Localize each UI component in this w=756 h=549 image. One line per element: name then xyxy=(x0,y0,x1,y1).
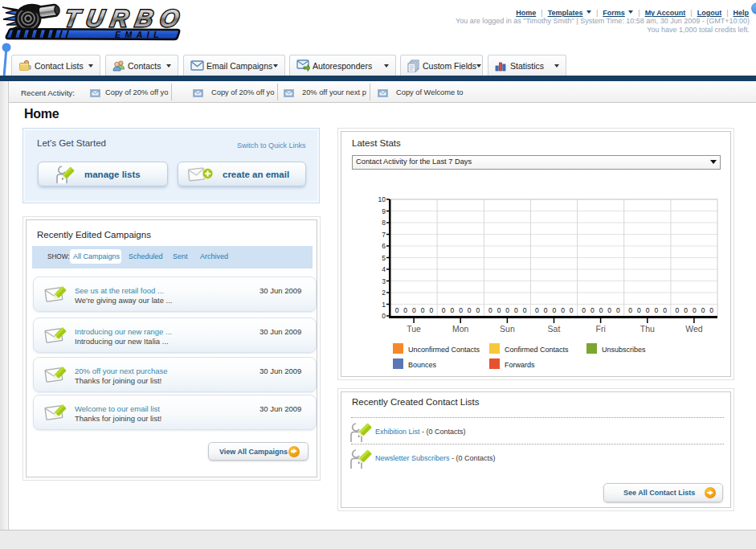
svg-text:Sat: Sat xyxy=(548,324,561,334)
svg-text:0: 0 xyxy=(709,306,713,314)
svg-text:0: 0 xyxy=(514,306,518,314)
svg-text:0: 0 xyxy=(429,306,433,314)
svg-text:0: 0 xyxy=(663,306,667,314)
svg-text:6: 6 xyxy=(382,242,386,250)
svg-text:0: 0 xyxy=(412,306,416,314)
svg-text:0: 0 xyxy=(616,306,620,314)
svg-text:0: 0 xyxy=(488,306,492,314)
svg-text:0: 0 xyxy=(701,306,705,314)
svg-text:Wed: Wed xyxy=(685,324,703,334)
svg-text:0: 0 xyxy=(459,306,463,314)
svg-text:TURBO: TURBO xyxy=(63,5,182,31)
svg-text:Unsubscribes: Unsubscribes xyxy=(602,346,646,354)
svg-text:7: 7 xyxy=(382,231,386,239)
svg-text:Forwards: Forwards xyxy=(505,361,535,369)
svg-text:8: 8 xyxy=(382,219,386,227)
svg-text:1: 1 xyxy=(382,301,386,309)
svg-text:0: 0 xyxy=(497,306,501,314)
svg-text:0: 0 xyxy=(693,306,697,314)
svg-text:10: 10 xyxy=(378,195,386,203)
svg-text:5: 5 xyxy=(382,254,386,262)
svg-text:Sun: Sun xyxy=(500,324,515,334)
svg-text:0: 0 xyxy=(505,306,509,314)
svg-text:0: 0 xyxy=(403,306,407,314)
svg-text:4: 4 xyxy=(382,265,386,273)
svg-text:Mon: Mon xyxy=(452,324,469,334)
svg-text:0: 0 xyxy=(628,306,632,314)
svg-text:0: 0 xyxy=(684,306,688,314)
svg-text:Tue: Tue xyxy=(407,324,421,334)
svg-text:0: 0 xyxy=(395,306,399,314)
svg-text:0: 0 xyxy=(654,306,658,314)
svg-text:Bounces: Bounces xyxy=(408,361,437,369)
svg-text:0: 0 xyxy=(607,306,611,314)
svg-text:0: 0 xyxy=(382,312,386,320)
svg-text:9: 9 xyxy=(382,207,386,215)
svg-text:0: 0 xyxy=(450,306,454,314)
svg-text:0: 0 xyxy=(421,306,425,314)
svg-text:Thu: Thu xyxy=(640,324,655,334)
svg-text:EMAIL: EMAIL xyxy=(115,30,163,39)
svg-text:0: 0 xyxy=(552,306,556,314)
svg-text:0: 0 xyxy=(599,306,603,314)
svg-text:0: 0 xyxy=(676,306,680,314)
svg-text:0: 0 xyxy=(582,306,586,314)
svg-text:0: 0 xyxy=(476,306,480,314)
svg-text:0: 0 xyxy=(570,306,574,314)
svg-text:Fri: Fri xyxy=(595,324,605,334)
svg-text:0: 0 xyxy=(468,306,472,314)
svg-text:0: 0 xyxy=(637,306,641,314)
svg-text:0: 0 xyxy=(544,306,548,314)
svg-text:0: 0 xyxy=(442,306,446,314)
svg-text:0: 0 xyxy=(646,306,650,314)
svg-text:2: 2 xyxy=(382,289,386,297)
svg-text:0: 0 xyxy=(561,306,565,314)
svg-text:Confirmed Contacts: Confirmed Contacts xyxy=(505,346,569,354)
svg-text:Unconfirmed Contacts: Unconfirmed Contacts xyxy=(408,346,480,354)
svg-text:3: 3 xyxy=(382,277,386,285)
svg-text:0: 0 xyxy=(535,306,539,314)
svg-text:0: 0 xyxy=(590,306,595,314)
svg-text:0: 0 xyxy=(523,306,527,314)
